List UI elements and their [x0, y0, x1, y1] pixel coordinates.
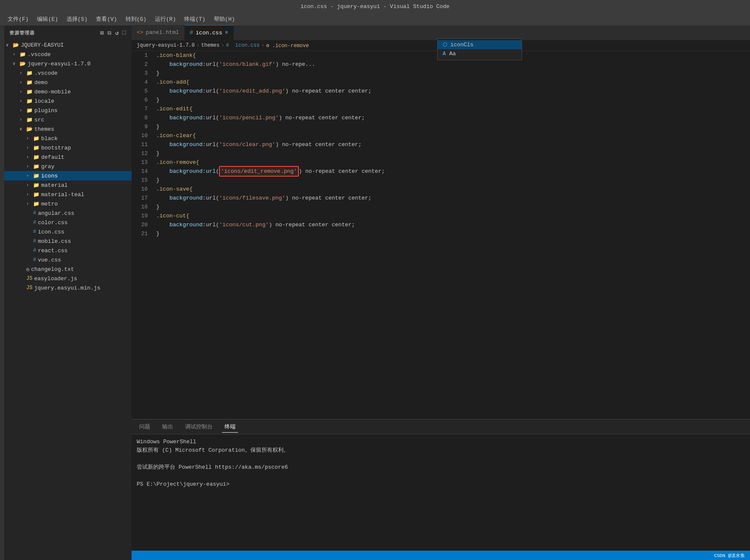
terminal-line: Windows PowerShell	[137, 438, 745, 446]
tree-label: mobile.css	[38, 238, 71, 245]
status-bar: CSDN @淡水鱼	[132, 551, 750, 560]
autocomplete-item-iconCls[interactable]: ⬡ iconCls	[438, 40, 522, 49]
tree-label: changelog.txt	[31, 266, 74, 273]
tree-arrow-icon: ›	[26, 174, 33, 178]
menu-file[interactable]: 文件(F)	[4, 14, 32, 24]
tab-problems[interactable]: 问题	[137, 421, 153, 432]
tree-item-icons[interactable]: ›📁icons	[4, 171, 132, 180]
tree-arrow-icon: ›	[20, 71, 26, 76]
tree-item-vue-css[interactable]: #vue.css	[4, 255, 132, 265]
tab-debug-console[interactable]: 调试控制台	[183, 421, 215, 432]
folder-icon: 📂	[20, 61, 26, 67]
tree-item-themes[interactable]: ∨📂themes	[4, 124, 132, 134]
tree-item--vscode[interactable]: ›📁.vscode	[4, 50, 132, 59]
tree-item-color-css[interactable]: #color.css	[4, 218, 132, 227]
menu-goto[interactable]: 转到(G)	[122, 14, 150, 24]
tree-item-locale[interactable]: ›📁locale	[4, 96, 132, 106]
breadcrumb-themes[interactable]: themes	[201, 42, 219, 48]
activity-bar	[0, 25, 4, 560]
tree-arrow-icon: ›	[20, 118, 26, 122]
terminal-content: Windows PowerShell版权所有 (C) Microsoft Cor…	[132, 434, 750, 551]
tree-item-metro[interactable]: ›📁metro	[4, 199, 132, 208]
tree-item-default[interactable]: ›📁default	[4, 152, 132, 162]
breadcrumb-symbol[interactable]: ⚙ .icon-remove	[266, 42, 309, 49]
sidebar: 资源管理器 ⊞ ⊟ ↺ □ ∨📂JQUERY-EASYUI›📁.vscode∨📂…	[4, 25, 132, 560]
file-tree: ∨📂JQUERY-EASYUI›📁.vscode∨📂jquery-easyui-…	[4, 40, 132, 560]
code-bg-line: background:url('icons/blank.gif') no-rep…	[156, 60, 315, 69]
autocomplete-item-aa[interactable]: A Aa	[438, 49, 522, 58]
tree-item-changelog-txt[interactable]: ◎changelog.txt	[4, 265, 132, 274]
collapse-icon[interactable]: □	[123, 29, 126, 37]
tree-item-JQUERY-EASYUI[interactable]: ∨📂JQUERY-EASYUI	[4, 40, 132, 50]
code-line-13: .icon-remove{	[156, 158, 750, 167]
sidebar-header: 资源管理器 ⊞ ⊟ ↺ □	[4, 25, 132, 40]
tree-label: bootstrap	[41, 145, 71, 151]
tree-item-mobile-css[interactable]: #mobile.css	[4, 236, 132, 246]
menu-terminal[interactable]: 终端(T)	[181, 14, 208, 24]
menu-edit[interactable]: 编辑(E)	[34, 14, 61, 24]
tree-item-icon-css[interactable]: #icon.css	[4, 227, 132, 236]
folder-icon: 📁	[26, 98, 33, 104]
tab-icon-css[interactable]: # icon.css ×	[185, 25, 234, 40]
tree-item-jquery-easyui-min-js[interactable]: JSjquery.easyui.min.js	[4, 283, 132, 293]
folder-icon: 📂	[26, 126, 33, 132]
code-line-14: background:url('icons/edit_remove.png') …	[156, 167, 750, 176]
code-content[interactable]: .icon-blank{ background:url('icons/blank…	[153, 51, 750, 419]
tree-arrow-icon: ›	[26, 192, 33, 197]
folder-icon: 📁	[26, 117, 33, 123]
code-line-7: .icon-edit{	[156, 104, 750, 113]
tree-item-src[interactable]: ›📁src	[4, 115, 132, 124]
tree-item-angular-css[interactable]: #angular.css	[4, 208, 132, 218]
tab-terminal[interactable]: 终端	[222, 421, 238, 433]
terminal-panel: 问题 输出 调试控制台 终端 Windows PowerShell版权所有 (C…	[132, 419, 750, 551]
refresh-icon[interactable]: ↺	[115, 29, 119, 37]
tree-item-black[interactable]: ›📁black	[4, 134, 132, 143]
menu-select[interactable]: 选择(S)	[63, 14, 91, 24]
tree-item-jquery-easyui-1-7-0[interactable]: ∨📂jquery-easyui-1.7.0	[4, 59, 132, 68]
tree-item-react-css[interactable]: #react.css	[4, 246, 132, 255]
tree-item--vscode[interactable]: ›📁.vscode	[4, 68, 132, 78]
tree-label: demo-mobile	[34, 89, 71, 95]
tree-item-gray[interactable]: ›📁gray	[4, 162, 132, 171]
tree-item-material-teal[interactable]: ›📁material-teal	[4, 190, 132, 199]
file-icon: JS	[26, 276, 32, 281]
tree-label: .vscode	[34, 70, 58, 76]
main-layout: 资源管理器 ⊞ ⊟ ↺ □ ∨📂JQUERY-EASYUI›📁.vscode∨📂…	[0, 25, 750, 560]
tree-item-easyloader-js[interactable]: JSeasyloader.js	[4, 274, 132, 283]
tree-item-demo[interactable]: ›📁demo	[4, 78, 132, 87]
code-line-5: background:url('icons/edit_add.png') no-…	[156, 87, 750, 96]
tree-label: src	[34, 117, 44, 123]
tree-label: easyloader.js	[34, 276, 77, 282]
menu-run[interactable]: 运行(R)	[152, 14, 179, 24]
code-line-2: background:url('icons/blank.gif') no-rep…	[156, 60, 750, 69]
tree-item-demo-mobile[interactable]: ›📁demo-mobile	[4, 87, 132, 96]
new-folder-icon[interactable]: ⊟	[108, 29, 112, 37]
file-icon: #	[33, 229, 36, 235]
folder-icon: 📁	[33, 135, 39, 142]
code-line-19: .icon-cut{	[156, 211, 750, 220]
tree-item-material[interactable]: ›📁material	[4, 180, 132, 190]
code-text: .icon-remove{	[156, 158, 199, 167]
tree-item-plugins[interactable]: ›📁plugins	[4, 106, 132, 115]
menu-help[interactable]: 帮助(H)	[211, 14, 238, 24]
folder-icon: 📁	[26, 79, 33, 86]
autocomplete-symbol-icon: ⬡	[443, 42, 447, 48]
code-line-9: }	[156, 122, 750, 131]
breadcrumb-file[interactable]: # icon.css	[226, 42, 259, 48]
tab-html-icon: <>	[137, 29, 143, 36]
tree-label: plugins	[34, 107, 58, 114]
tree-label: gray	[41, 163, 54, 170]
code-editor[interactable]: 123456789101112131415161718192021 .icon-…	[132, 51, 750, 419]
tab-output[interactable]: 输出	[160, 421, 176, 432]
tree-arrow-icon: ›	[26, 183, 33, 188]
code-text-after: ) no-repeat center center;	[299, 167, 385, 176]
tree-arrow-icon: ›	[13, 52, 20, 57]
new-file-icon[interactable]: ⊞	[100, 29, 104, 37]
menu-view[interactable]: 查看(V)	[93, 14, 120, 24]
tree-item-bootstrap[interactable]: ›📁bootstrap	[4, 143, 132, 152]
tab-panel-html[interactable]: <> panel.html	[132, 25, 185, 40]
code-text: }	[156, 176, 160, 185]
tab-close-icon[interactable]: ×	[225, 29, 228, 36]
tree-label: jquery-easyui-1.7.0	[28, 61, 90, 67]
breadcrumb-root[interactable]: jquery-easyui-1.7.0	[137, 42, 195, 48]
